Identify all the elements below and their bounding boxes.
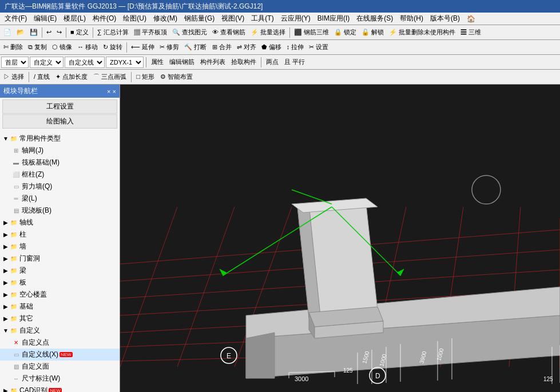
nav-label-cface: 自定义面 [22,362,49,371]
nav-custom-point[interactable]: ✕ 自定义点 [0,337,120,349]
settings-project[interactable]: 工程设置 [2,99,117,114]
settings-draw[interactable]: 绘图输入 [2,114,117,129]
nav-custom-line[interactable]: ▭ 自定义线(X) NEW [0,349,120,361]
btn-lock[interactable]: 🔒 锁定 [332,27,359,38]
nav-foundation[interactable]: ▶ 📁 基础 [0,301,120,313]
nav-beam-group[interactable]: ▶ 📁 梁 [0,265,120,277]
btn-batch-select[interactable]: ⚡ 批量选择 [248,27,288,38]
menu-rebar[interactable]: 钢筋量(G) [181,13,218,25]
line-select[interactable]: 自定义线 [65,57,105,68]
expand-axis[interactable]: ▶ [2,219,9,226]
btn-extend[interactable]: ⟵ 延伸 [129,42,157,53]
nav-axis-grid[interactable]: ⊞ 轴网(J) [0,145,120,157]
btn-delete[interactable]: ✄ 删除 [1,42,25,53]
menu-help[interactable]: 帮助(H) [396,13,427,25]
nav-label-hollow: 空心楼盖 [19,290,47,299]
nav-dim[interactable]: ↔ 尺寸标注(W) [0,373,120,385]
nav-axis[interactable]: ▶ 📁 轴线 [0,217,120,229]
btn-trim[interactable]: ✂ 修剪 [157,42,181,53]
menu-component[interactable]: 构件(O) [89,13,120,25]
zdyx-select[interactable]: ZDYX-1 [106,57,144,68]
nav-custom-face[interactable]: ▧ 自定义面 [0,361,120,373]
nav-column[interactable]: ⬜ 框柱(Z) [0,169,120,181]
menu-tools[interactable]: 工具(T) [248,13,277,25]
btn-pick-component[interactable]: 拾取构件 [229,57,259,67]
btn-offset[interactable]: ⬟ 偏移 [259,42,284,53]
expand-cad[interactable]: ▶ [2,387,9,392]
expand-wall[interactable]: ▶ [2,243,9,250]
btn-new[interactable]: 📄 [1,27,14,37]
expand-found[interactable]: ▶ [2,303,9,310]
btn-save[interactable]: 💾 [27,27,40,37]
nav-raft[interactable]: ▬ 筏板基础(M) [0,157,120,169]
menu-bim[interactable]: BIM应用(I) [314,13,354,25]
btn-rotate[interactable]: ↻ 旋转 [101,42,125,53]
expand-beam[interactable]: ▶ [2,267,9,274]
btn-parallel[interactable]: 且 平行 [282,57,307,67]
btn-move[interactable]: ↔ 移动 [75,42,100,53]
nav-custom[interactable]: ▼ 📁 自定义 [0,325,120,337]
btn-define[interactable]: ■ 定义 [68,27,91,38]
nav-beam[interactable]: ═ 梁(L) [0,193,120,205]
btn-edit-rebar[interactable]: 编辑钢筋 [167,57,197,67]
nav-door-window[interactable]: ▶ 📁 门窗洞 [0,253,120,265]
btn-rect[interactable]: □ 矩形 [134,71,157,82]
btn-stretch[interactable]: ↕ 拉伸 [284,42,307,53]
type-select[interactable]: 自定义 [30,57,63,68]
nav-floor-slab[interactable]: ▤ 现浇板(B) [0,205,120,217]
nav-hollow[interactable]: ▶ 📁 空心楼盖 [0,289,120,301]
expand-common[interactable]: ▼ [2,135,9,142]
btn-settings2[interactable]: ✂ 设置 [307,42,331,53]
btn-break[interactable]: 🔨 打断 [182,42,209,53]
nav-slab-group[interactable]: ▶ 📁 板 [0,277,120,289]
nav-wall-group[interactable]: ▶ 📁 墙 [0,241,120,253]
menu-edit[interactable]: 编辑(E) [30,13,60,25]
btn-find-element[interactable]: 🔍 查找图元 [170,27,209,38]
sep5 [126,42,127,53]
btn-line[interactable]: / 直线 [31,71,52,82]
btn-two-point[interactable]: 两点 [264,57,281,67]
btn-mirror[interactable]: ⬡ 镜像 [50,42,74,53]
btn-calculate[interactable]: ∑ 汇总计算 [95,27,131,38]
btn-open[interactable]: 📂 [14,27,27,37]
expand-door[interactable]: ▶ [2,255,9,262]
btn-3d[interactable]: ☰ 三维 [458,27,483,38]
btn-view-rebar[interactable]: 👁 查看钢筋 [210,27,248,38]
menu-view[interactable]: 视图(V) [218,13,248,25]
menu-online[interactable]: 在线服务(S) [353,13,396,25]
nav-col-group[interactable]: ▶ 📁 柱 [0,229,120,241]
menu-version[interactable]: 版本号(B) [427,13,463,25]
btn-redo[interactable]: ↪ [54,27,64,37]
btn-unlock[interactable]: 🔓 解锁 [359,27,386,38]
nav-common-types[interactable]: ▼ 📁 常用构件类型 [0,133,120,145]
btn-undo[interactable]: ↩ [44,27,54,37]
app-title: 广联达—BIM钢筋算量软件 GGJ2013 — [D:\预估算及抽筋\广联达抽筋… [5,2,263,11]
btn-property[interactable]: 属性 [149,57,166,67]
expand-hollow[interactable]: ▶ [2,291,9,298]
btn-point-length[interactable]: ✦ 点加长度 [53,71,90,82]
sep1 [42,27,42,38]
btn-copy[interactable]: ⧉ 复制 [26,42,49,53]
menu-floor[interactable]: 楼层(L) [60,13,89,25]
btn-flush-top[interactable]: ▦ 平齐板顶 [132,27,169,38]
expand-col[interactable]: ▶ [2,231,9,238]
expand-other[interactable]: ▶ [2,315,9,322]
menu-modify[interactable]: 修改(M) [150,13,181,25]
btn-smart-place[interactable]: ⚙ 智能布置 [158,71,195,82]
btn-arc-3pt[interactable]: ⌒ 三点画弧 [91,71,129,82]
menu-draw[interactable]: 绘图(U) [120,13,150,25]
expand-slab[interactable]: ▶ [2,279,9,286]
btn-align[interactable]: ⇌ 对齐 [235,42,259,53]
btn-select[interactable]: ▷ 选择 [1,71,26,82]
nav-shearwall[interactable]: ▭ 剪力墙(Q) [0,181,120,193]
menu-cloud[interactable]: 云应用(Y) [277,13,314,25]
nav-cad[interactable]: ▶ 📁 CAD识别 NEW [0,385,120,392]
btn-component-list[interactable]: 构件列表 [198,57,228,67]
btn-batch-delete[interactable]: ⚡ 批量删除未使用构件 [387,27,458,38]
nav-other[interactable]: ▶ 📁 其它 [0,313,120,325]
floor-select[interactable]: 首层 [1,57,29,68]
btn-merge[interactable]: ⊞ 合并 [210,42,234,53]
expand-custom[interactable]: ▼ [2,327,9,334]
btn-rebar-3d[interactable]: ⬛ 钢筋三维 [292,27,331,38]
menu-file[interactable]: 文件(F) [1,13,30,25]
